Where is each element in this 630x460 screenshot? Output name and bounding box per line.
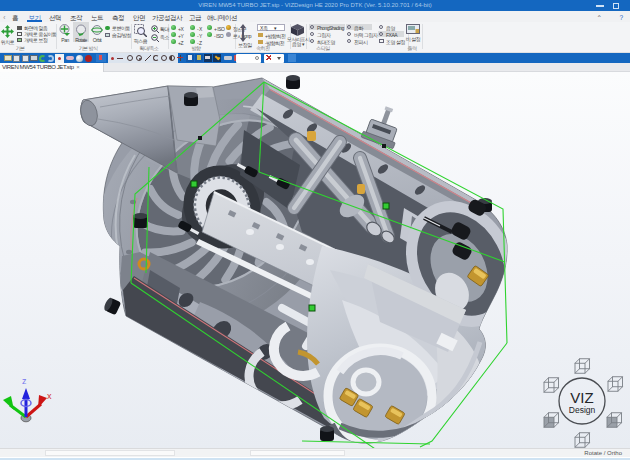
svg-text:Design: Design (569, 405, 596, 415)
svg-text:x: x (47, 391, 52, 401)
svg-text:z: z (22, 376, 27, 386)
svg-text:VIZ: VIZ (570, 389, 593, 406)
